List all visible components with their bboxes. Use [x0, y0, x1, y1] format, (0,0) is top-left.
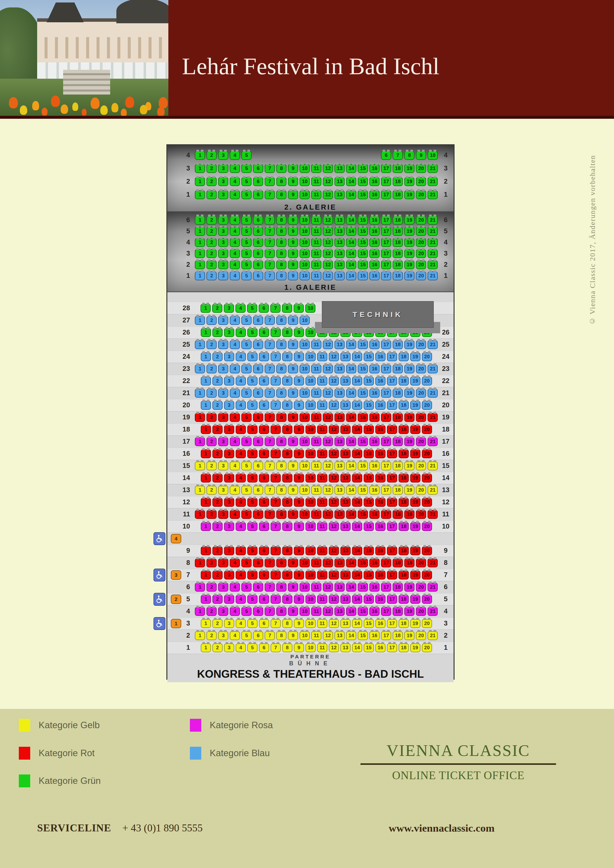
seat[interactable]: 13 — [334, 190, 345, 199]
seat[interactable]: 6 — [259, 643, 269, 652]
seat[interactable]: 13 — [334, 607, 345, 616]
seat[interactable]: 7 — [270, 522, 281, 531]
seat[interactable]: 10 — [300, 607, 310, 616]
seat[interactable]: 18 — [399, 352, 409, 361]
seat[interactable]: 6 — [253, 190, 263, 199]
seat[interactable]: 3 — [218, 190, 228, 199]
seat[interactable]: 18 — [393, 364, 403, 374]
seat[interactable]: 2 — [207, 260, 217, 269]
seat[interactable]: 3 — [218, 151, 228, 160]
seat[interactable]: 12 — [329, 450, 339, 458]
seat[interactable]: 12 — [323, 260, 333, 269]
seat[interactable]: 6 — [253, 607, 263, 616]
seat[interactable]: 19 — [404, 558, 415, 567]
seat[interactable]: 17 — [381, 216, 391, 225]
seat[interactable]: 11 — [311, 389, 321, 398]
seat[interactable]: 13 — [334, 340, 345, 349]
seat[interactable]: 9 — [288, 316, 298, 325]
seat[interactable]: 5 — [247, 595, 258, 604]
seat[interactable]: 3 — [218, 260, 228, 269]
seat[interactable]: 2 — [213, 546, 222, 555]
seat[interactable]: 5 — [241, 271, 252, 281]
seat[interactable]: 2 — [207, 340, 217, 349]
seat[interactable]: 11 — [311, 437, 321, 446]
seat[interactable]: 5 — [241, 238, 252, 247]
seat[interactable]: 16 — [375, 425, 385, 434]
seat[interactable]: 9 — [294, 570, 304, 580]
seat[interactable]: 7 — [265, 583, 275, 592]
seat[interactable]: 6 — [253, 364, 263, 374]
seat[interactable]: 9 — [294, 595, 304, 604]
seat[interactable]: 15 — [358, 389, 368, 398]
seat[interactable]: 1 — [201, 522, 211, 531]
seat[interactable]: 10 — [306, 546, 316, 555]
seat[interactable]: 5 — [241, 631, 252, 640]
seat[interactable]: 16 — [375, 450, 385, 458]
seat[interactable]: 5 — [241, 607, 252, 616]
seat[interactable]: 17 — [381, 437, 391, 446]
seat[interactable]: 1 — [201, 474, 211, 482]
seat[interactable]: 11 — [311, 271, 321, 281]
seat[interactable]: 11 — [311, 190, 321, 199]
seat[interactable]: 1 — [195, 316, 205, 325]
seat[interactable]: 1 — [201, 619, 211, 628]
seat[interactable]: 13 — [334, 486, 345, 494]
seat[interactable]: 16 — [375, 474, 385, 482]
seat[interactable]: 16 — [369, 364, 379, 374]
seat[interactable]: 7 — [265, 510, 275, 519]
seat[interactable]: 4 — [230, 340, 240, 349]
seat[interactable]: 13 — [334, 413, 345, 422]
seat[interactable]: 10 — [300, 340, 310, 349]
seat[interactable]: 14 — [346, 364, 356, 374]
seat[interactable]: 17 — [387, 546, 397, 555]
seat[interactable]: 20 — [422, 570, 432, 580]
seat[interactable]: 18 — [393, 413, 403, 422]
seat[interactable]: 15 — [358, 238, 368, 247]
wheelchair-seat[interactable]: 3 — [171, 570, 181, 580]
seat[interactable]: 6 — [259, 401, 269, 410]
seat[interactable]: 4 — [230, 227, 240, 236]
seat[interactable]: 9 — [294, 546, 304, 555]
seat[interactable]: 20 — [422, 377, 432, 386]
seat[interactable]: 6 — [253, 389, 263, 398]
seat[interactable]: 15 — [358, 190, 368, 199]
seat[interactable]: 6 — [259, 498, 269, 507]
seat[interactable]: 8 — [276, 190, 286, 199]
seat[interactable]: 4 — [230, 271, 240, 281]
seat[interactable]: 6 — [259, 595, 269, 604]
seat[interactable]: 7 — [270, 425, 281, 434]
seat[interactable]: 3 — [218, 631, 228, 640]
seat[interactable]: 21 — [427, 486, 438, 494]
seat[interactable]: 1 — [201, 595, 211, 604]
seat[interactable]: 16 — [369, 631, 379, 640]
seat[interactable]: 12 — [329, 643, 339, 652]
seat[interactable]: 10 — [306, 474, 316, 482]
seat[interactable]: 5 — [247, 619, 258, 628]
seat[interactable]: 10 — [300, 271, 310, 281]
seat[interactable]: 12 — [323, 631, 333, 640]
seat[interactable]: 18 — [393, 558, 403, 567]
seat[interactable]: 5 — [241, 227, 252, 236]
seat[interactable]: 17 — [381, 607, 391, 616]
seat[interactable]: 16 — [375, 498, 385, 507]
seat[interactable]: 3 — [224, 401, 234, 410]
seat[interactable]: 13 — [334, 271, 345, 281]
seat[interactable]: 17 — [381, 164, 391, 173]
seat[interactable]: 18 — [393, 249, 403, 258]
seat[interactable]: 10 — [300, 164, 310, 173]
seat[interactable]: 6 — [253, 486, 263, 494]
seat[interactable]: 19 — [410, 522, 420, 531]
seat[interactable]: 13 — [334, 249, 345, 258]
seat[interactable]: 1 — [201, 498, 211, 507]
seat[interactable]: 8 — [276, 316, 286, 325]
seat[interactable]: 16 — [369, 177, 379, 186]
seat[interactable]: 14 — [346, 190, 356, 199]
seat[interactable]: 9 — [288, 631, 298, 640]
seat[interactable]: 16 — [369, 164, 379, 173]
seat[interactable]: 7 — [270, 377, 281, 386]
seat[interactable]: 11 — [311, 260, 321, 269]
seat[interactable]: 3 — [224, 377, 234, 386]
seat[interactable]: 12 — [329, 474, 339, 482]
seat[interactable]: 15 — [364, 401, 374, 410]
seat[interactable]: 6 — [259, 328, 269, 337]
